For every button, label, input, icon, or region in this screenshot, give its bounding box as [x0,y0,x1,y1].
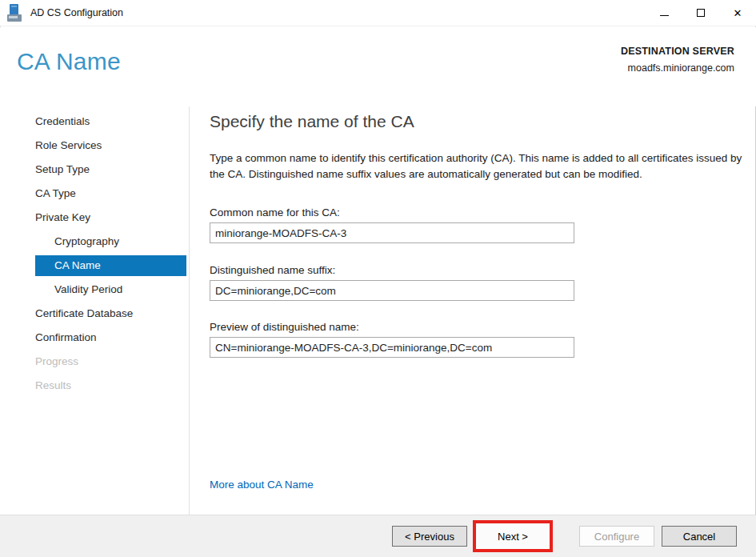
destination-server-label: DESTINATION SERVER [621,46,734,57]
wizard-header: CA Name DESTINATION SERVER moadfs.minior… [0,27,756,106]
close-button[interactable]: ✕ [719,0,756,26]
minimize-icon [660,15,669,16]
close-icon: ✕ [734,8,742,18]
dn-preview-field-group: Preview of distinguished name: [210,321,574,358]
sidebar-item-cryptography[interactable]: Cryptography [35,230,186,254]
next-button-highlight: Next > [473,520,553,552]
server-icon [7,4,24,22]
content-heading: Specify the name of the CA [210,110,737,133]
destination-server-block: DESTINATION SERVER moadfs.miniorange.com [621,46,734,74]
sidebar-item-private-key[interactable]: Private Key [35,206,186,230]
wizard-footer: < Previous Next > Configure Cancel [0,515,756,557]
sidebar-item-progress: Progress [35,350,186,374]
sidebar-item-confirmation[interactable]: Confirmation [35,326,186,350]
maximize-button[interactable] [682,0,719,26]
sidebar-item-ca-name[interactable]: CA Name [35,255,186,276]
sidebar-item-certificate-database[interactable]: Certificate Database [35,302,186,326]
wizard-steps-sidebar: Credentials Role Services Setup Type CA … [0,106,190,515]
previous-button[interactable]: < Previous [392,526,467,547]
minimize-button[interactable] [646,0,682,26]
configure-button: Configure [579,526,654,547]
sidebar-item-ca-type[interactable]: CA Type [35,182,186,206]
ad-cs-configuration-window: AD CS Configuration ✕ CA Name DESTINATIO… [0,0,756,557]
wizard-content: Specify the name of the CA Type a common… [190,106,756,515]
title-bar: AD CS Configuration ✕ [0,0,756,26]
sidebar-item-role-services[interactable]: Role Services [35,134,186,158]
dn-suffix-label: Distinguished name suffix: [210,264,574,276]
dn-preview-label: Preview of distinguished name: [210,321,574,333]
common-name-field-group: Common name for this CA: [210,206,574,243]
cancel-button[interactable]: Cancel [662,526,737,547]
sidebar-item-results: Results [35,374,186,398]
sidebar-item-credentials[interactable]: Credentials [35,110,186,134]
maximize-icon [697,9,705,17]
sidebar-item-setup-type[interactable]: Setup Type [35,158,186,182]
next-button[interactable]: Next > [478,526,547,547]
dn-suffix-input[interactable] [210,280,574,301]
common-name-input[interactable] [210,222,574,243]
common-name-label: Common name for this CA: [210,206,574,218]
window-title: AD CS Configuration [30,7,123,18]
page-title: CA Name [17,48,121,75]
destination-server-name: moadfs.miniorange.com [621,62,734,74]
sidebar-item-validity-period[interactable]: Validity Period [35,278,186,302]
more-about-ca-name-link[interactable]: More about CA Name [210,479,314,491]
dn-suffix-field-group: Distinguished name suffix: [210,264,574,301]
dn-preview-input[interactable] [210,337,574,358]
content-description: Type a common name to identify this cert… [210,150,742,182]
